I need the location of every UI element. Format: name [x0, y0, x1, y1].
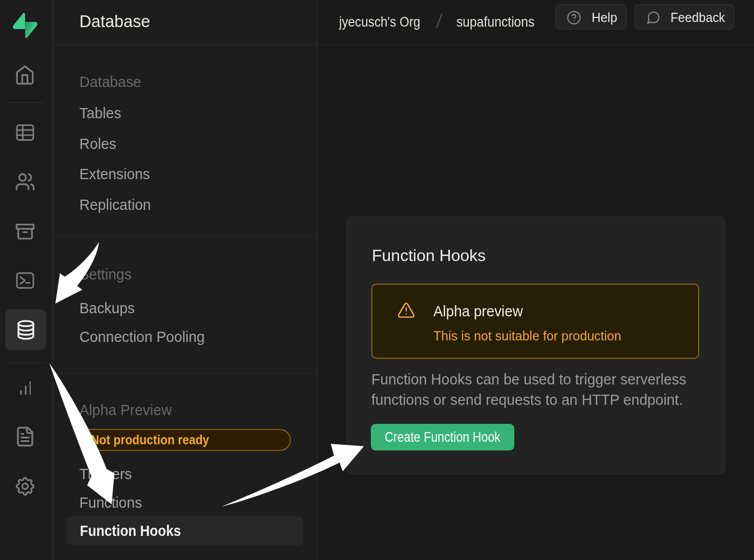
home-icon[interactable]	[14, 64, 35, 85]
sql-editor-icon[interactable]	[16, 272, 34, 289]
storage-icon[interactable]	[15, 221, 35, 242]
section-label-alpha-preview: Alpha Preview	[79, 400, 172, 420]
card-title: Function Hooks	[372, 245, 486, 266]
breadcrumb-org[interactable]: jyecusch's Org	[339, 14, 421, 30]
card-description: Function Hooks can be used to trigger se…	[371, 369, 686, 410]
sidebar: Database Database Tables Roles Extension…	[53, 0, 318, 560]
sidebar-header: Database	[53, 0, 317, 45]
card-description-line1: Function Hooks can be used to trigger se…	[371, 369, 686, 390]
feedback-button[interactable]: Feedback	[634, 4, 735, 30]
icon-rail	[0, 0, 53, 560]
rail-divider	[6, 362, 45, 363]
badge-label: Not production ready	[80, 430, 272, 450]
reports-icon[interactable]	[19, 381, 31, 395]
alert-title: Alpha preview	[433, 303, 523, 320]
rail-divider	[6, 102, 45, 103]
alpha-preview-alert: Alpha preview This is not suitable for p…	[371, 284, 699, 359]
alert-description: This is not suitable for production	[433, 329, 621, 343]
feedback-button-label: Feedback	[671, 10, 725, 25]
sidebar-item-replication[interactable]: Replication	[79, 195, 151, 215]
function-hooks-card: Function Hooks Alpha preview This is not…	[346, 217, 725, 475]
card-description-line2: functions or send requests to an HTTP en…	[371, 390, 686, 410]
sidebar-divider	[53, 236, 317, 236]
help-circle-icon	[567, 10, 581, 25]
settings-icon[interactable]	[14, 475, 36, 498]
section-label-database: Database	[79, 72, 141, 92]
database-icon[interactable]	[5, 309, 46, 350]
breadcrumb-separator: /	[435, 10, 443, 32]
auth-users-icon[interactable]	[15, 171, 35, 192]
create-function-hook-button[interactable]: Create Function Hook	[371, 424, 514, 450]
sidebar-divider	[53, 373, 317, 374]
sidebar-item-backups[interactable]: Backups	[79, 298, 135, 318]
sidebar-item-roles[interactable]: Roles	[79, 134, 116, 154]
message-bubble-icon	[646, 10, 661, 25]
supabase-logo-icon[interactable]	[13, 13, 37, 38]
breadcrumb: jyecusch's Org / supafunctions	[339, 0, 541, 45]
cta-label: Create Function Hook	[381, 424, 505, 450]
not-production-ready-badge: Not production ready	[79, 429, 291, 451]
sidebar-item-label: Function Hooks	[67, 516, 280, 545]
sidebar-item-functions[interactable]: Functions	[79, 492, 142, 513]
sidebar-item-tables[interactable]: Tables	[79, 103, 121, 123]
section-label-settings: Settings	[79, 264, 132, 285]
sidebar-item-extensions[interactable]: Extensions	[79, 164, 150, 184]
help-button[interactable]: Help	[555, 4, 627, 30]
sidebar-title: Database	[79, 11, 150, 31]
table-editor-icon[interactable]	[16, 124, 34, 141]
sidebar-item-function-hooks[interactable]: Function Hooks	[67, 516, 303, 545]
help-button-label: Help	[592, 10, 617, 25]
breadcrumb-project[interactable]: supafunctions	[456, 14, 534, 30]
main-area: jyecusch's Org / supafunctions Help Feed…	[319, 0, 754, 560]
sidebar-item-connection-pooling[interactable]: Connection Pooling	[79, 327, 205, 347]
topbar: jyecusch's Org / supafunctions Help Feed…	[319, 0, 754, 45]
sidebar-item-triggers[interactable]: Triggers	[79, 464, 132, 484]
logs-icon[interactable]	[14, 426, 36, 447]
warning-triangle-icon	[397, 301, 415, 319]
